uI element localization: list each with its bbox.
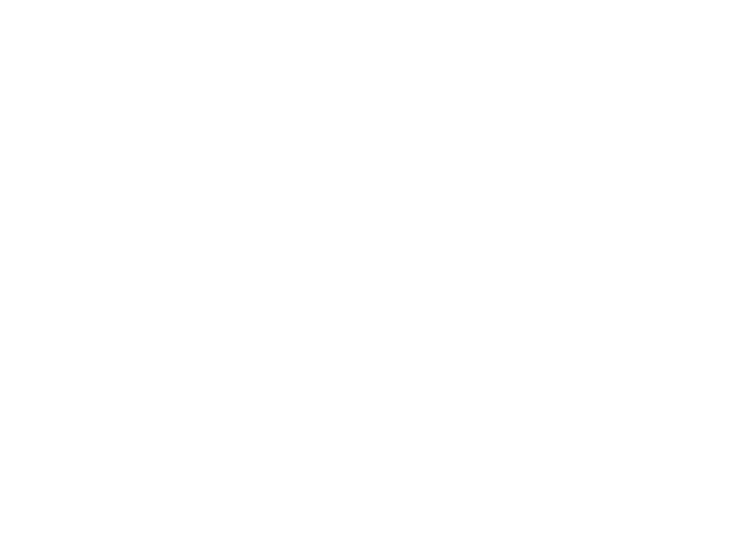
figure-svg xyxy=(0,0,756,540)
figure xyxy=(0,0,756,540)
